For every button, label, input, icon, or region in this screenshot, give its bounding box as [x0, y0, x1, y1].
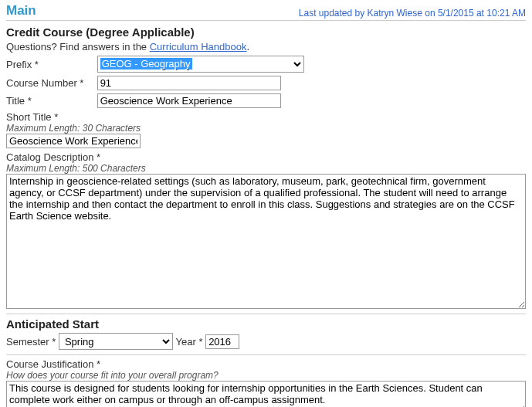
credit-course-heading: Credit Course (Degree Applicable): [6, 25, 526, 39]
catalog-description-label: Catalog Description *: [6, 151, 100, 163]
course-justification-hint: How does your course fit into your overa…: [6, 370, 526, 381]
questions-text: Questions? Find answers in the: [6, 41, 150, 53]
catalog-description-textarea[interactable]: [6, 174, 526, 309]
year-input[interactable]: [205, 334, 239, 349]
section-divider-2: [6, 354, 526, 355]
short-title-input[interactable]: [6, 134, 141, 148]
questions-line: Questions? Find answers in the Curriculu…: [6, 41, 526, 53]
semester-year-row: Semester * Spring Year *: [6, 333, 526, 350]
year-label: Year *: [176, 336, 203, 348]
justification-label-row: Course Justification *: [6, 358, 526, 370]
prefix-select[interactable]: GEOG - Geography: [97, 56, 304, 73]
prefix-row: Prefix * GEOG - Geography GEOG - Geograp…: [6, 56, 526, 73]
title-input[interactable]: [97, 93, 281, 108]
title-label: Title *: [6, 95, 94, 107]
anticipated-start-heading: Anticipated Start: [6, 317, 526, 331]
course-number-row: Course Number *: [6, 76, 526, 90]
short-title-label-row: Short Title *: [6, 111, 526, 123]
course-justification-label: Course Justification *: [6, 358, 100, 370]
course-number-label: Course Number *: [6, 77, 94, 89]
short-title-label: Short Title *: [6, 111, 58, 123]
last-updated: Last updated by Katryn Wiese on 5/1/2015…: [299, 8, 526, 19]
title-row: Title *: [6, 93, 526, 108]
header-row: Main Last updated by Katryn Wiese on 5/1…: [6, 3, 526, 21]
semester-select[interactable]: Spring: [59, 333, 173, 350]
short-title-hint: Maximum Length: 30 Characters: [6, 123, 526, 134]
section-divider: [6, 314, 526, 314]
semester-label: Semester *: [6, 336, 56, 348]
prefix-label: Prefix *: [6, 59, 94, 70]
short-title-input-row: [6, 134, 526, 148]
course-number-input[interactable]: [97, 76, 281, 90]
curriculum-handbook-link[interactable]: Curriculum Handbook: [150, 41, 247, 53]
page-title: Main: [6, 3, 36, 19]
catalog-description-hint: Maximum Length: 500 Characters: [6, 163, 526, 174]
catalog-label-row: Catalog Description *: [6, 151, 526, 163]
course-justification-textarea[interactable]: [6, 381, 526, 407]
